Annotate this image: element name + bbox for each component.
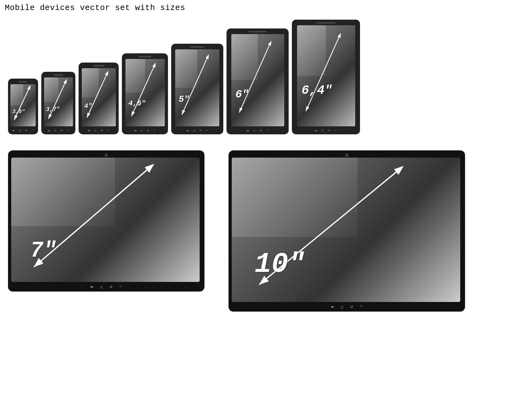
svg-line-14 <box>182 59 207 115</box>
phone-5: 6″▬△↺○ <box>227 28 289 134</box>
tablets-row: 7″▬△↺○10″▬△↺○ <box>0 138 532 320</box>
svg-line-20 <box>305 37 339 111</box>
svg-line-8 <box>87 75 106 117</box>
tablet-1: 10″▬△↺○ <box>229 150 465 312</box>
phone-0: 3,5″▬△↺○ <box>8 79 38 134</box>
phone-3: 4,5″▬△↺○ <box>122 53 168 134</box>
svg-line-2 <box>14 89 28 120</box>
phone-2: 4″▬△↺○ <box>79 63 119 134</box>
page-title: Mobile devices vector set with sizes <box>0 0 532 16</box>
phone-4: 5″▬△↺○ <box>171 44 223 134</box>
tablet-0: 7″▬△↺○ <box>8 150 204 292</box>
phone-1: 3,7″▬△↺○ <box>41 72 75 134</box>
svg-line-11 <box>131 67 154 116</box>
svg-line-5 <box>48 83 65 119</box>
phones-row: 3,5″▬△↺○3,7″▬△↺○4″▬△↺○4,5″▬△↺○5″▬△↺○6″▬△… <box>0 16 532 138</box>
svg-line-17 <box>239 45 269 113</box>
phone-6: 6,4″▬△↺○ <box>292 20 360 134</box>
